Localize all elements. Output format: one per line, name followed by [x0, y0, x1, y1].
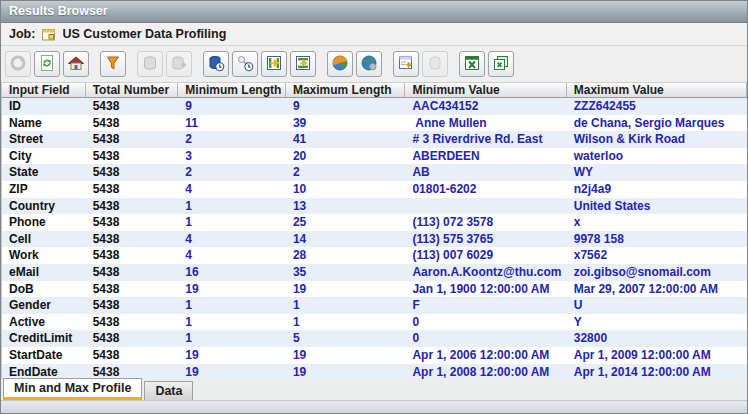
filter-button[interactable] [100, 51, 126, 77]
excel-export-button[interactable] [459, 51, 485, 77]
cell-cell-min_value: (113) 575 3765 [405, 231, 566, 248]
table-row-work[interactable]: Work5438428(113) 007 6029x7562 [2, 247, 747, 264]
cell-creditlimit-min_value: 0 [405, 330, 566, 347]
table-row-name[interactable]: Name54381139 Anne Mullende Chana, Sergio… [2, 115, 747, 132]
cell-work-max_length: 28 [286, 247, 406, 264]
cell-id-field: ID [2, 98, 86, 115]
cell-state-max_length: 2 [286, 164, 406, 181]
cell-dob-min_value: Jan 1, 1900 12:00:00 AM [405, 281, 566, 298]
job-bar: Job: US Customer Data Profiling [1, 23, 747, 46]
cell-name-field: Name [2, 115, 86, 132]
table-row-active[interactable]: Active5438110Y [2, 314, 747, 331]
column-profile-button[interactable] [261, 51, 287, 77]
tab-data[interactable]: Data [144, 381, 193, 400]
cell-enddate-min_value: Apr 1, 2008 12:00:00 AM [405, 364, 566, 380]
cell-street-max_value: Wilson & Kirk Road [567, 131, 747, 148]
database-gray-icon [141, 54, 159, 75]
cell-country-max_length: 13 [286, 198, 406, 215]
cell-gender-max_length: 1 [286, 297, 406, 314]
cell-state-field: State [2, 164, 86, 181]
column-header-input-field[interactable]: Input Field [2, 83, 86, 97]
cell-work-total: 5438 [86, 247, 179, 264]
refresh-doc-icon [38, 54, 56, 75]
table-row-cell[interactable]: Cell5438414(113) 575 37659978 158 [2, 231, 747, 248]
table-row-startdate[interactable]: StartDate54381919Apr 1, 2006 12:00:00 AM… [2, 347, 747, 364]
cell-active-max_length: 1 [286, 314, 406, 331]
cell-dob-field: DoB [2, 281, 86, 298]
keys-time-button[interactable] [232, 51, 258, 77]
cell-state-total: 5438 [86, 164, 179, 181]
cell-city-total: 5438 [86, 148, 179, 165]
column-header-maximum-length[interactable]: Maximum Length [286, 83, 406, 97]
toolbar-group-4 [203, 51, 316, 77]
cell-active-min_value: 0 [405, 314, 566, 331]
cell-gender-field: Gender [2, 297, 86, 314]
table-row-zip[interactable]: ZIP543841001801-6202n2j4a9 [2, 181, 747, 198]
results-browser-window: Results Browser Job: US Customer Data Pr… [0, 0, 748, 414]
excel-copy-icon [492, 54, 510, 75]
cell-dob-min_length: 19 [178, 281, 286, 298]
table-row-street[interactable]: Street5438241# 3 Riverdrive Rd. EastWils… [2, 131, 747, 148]
pie-chart-button[interactable] [327, 51, 353, 77]
table-row-id[interactable]: ID543899AAC434152ZZZ642455 [2, 98, 747, 115]
job-label: Job: [9, 27, 35, 41]
cell-startdate-min_value: Apr 1, 2006 12:00:00 AM [405, 347, 566, 364]
job-icon [41, 27, 56, 42]
row-profile-button[interactable] [290, 51, 316, 77]
database-time-button[interactable] [203, 51, 229, 77]
database-2-button [166, 51, 192, 77]
cell-phone-total: 5438 [86, 214, 179, 231]
cell-name-min_length: 11 [178, 115, 286, 132]
column-header-minimum-length[interactable]: Minimum Length [178, 83, 286, 97]
results-table: Input FieldTotal NumberMinimum LengthMax… [1, 83, 747, 379]
cell-gender-total: 5438 [86, 297, 179, 314]
database-arrow-gray-icon [170, 54, 188, 75]
column-header-minimum-value[interactable]: Minimum Value [405, 83, 566, 97]
cell-dob-max_value: Mar 29, 2007 12:00:00 AM [567, 281, 747, 298]
cell-dob-max_length: 19 [286, 281, 406, 298]
cell-active-field: Active [2, 314, 86, 331]
export-blank-button [422, 51, 448, 77]
column-header-total-number[interactable]: Total Number [86, 83, 179, 97]
refresh-results-button[interactable] [34, 51, 60, 77]
cell-name-max_value: de Chana, Sergio Marques [567, 115, 747, 132]
column-header-maximum-value[interactable]: Maximum Value [567, 83, 747, 97]
excel-copy-button[interactable] [488, 51, 514, 77]
cell-state-min_length: 2 [178, 164, 286, 181]
cell-country-min_value [405, 198, 566, 215]
cell-city-min_value: ABERDEEN [405, 148, 566, 165]
cell-email-total: 5438 [86, 264, 179, 281]
table-row-state[interactable]: State543822ABWY [2, 164, 747, 181]
table-row-dob[interactable]: DoB54381919Jan 1, 1900 12:00:00 AMMar 29… [2, 281, 747, 298]
table-row-phone[interactable]: Phone5438125(113) 072 3578x [2, 214, 747, 231]
toolbar [1, 46, 747, 83]
cell-cell-max_length: 14 [286, 231, 406, 248]
tab-min-and-max-profile[interactable]: Min and Max Profile [3, 378, 142, 400]
bottom-strip [1, 401, 747, 413]
toolbar-group-1 [5, 51, 89, 77]
cell-country-total: 5438 [86, 198, 179, 215]
window-titlebar[interactable]: Results Browser [1, 1, 747, 23]
cell-phone-max_value: x [567, 214, 747, 231]
table-row-email[interactable]: eMail54381635Aaron.A.Koontz@thu.comzoi.g… [2, 264, 747, 281]
cell-startdate-max_value: Apr 1, 2009 12:00:00 AM [567, 347, 747, 364]
table-row-city[interactable]: City5438320ABERDEENwaterloo [2, 148, 747, 165]
cell-cell-field: Cell [2, 231, 86, 248]
cell-gender-max_value: U [567, 297, 747, 314]
filter-icon [104, 54, 122, 75]
home-button[interactable] [63, 51, 89, 77]
table-body: ID543899AAC434152ZZZ642455Name54381139 A… [2, 98, 747, 379]
table-row-gender[interactable]: Gender543811FU [2, 297, 747, 314]
table-row-creditlimit[interactable]: CreditLimit543815032800 [2, 330, 747, 347]
window-title: Results Browser [9, 4, 108, 18]
table-row-country[interactable]: Country5438113United States [2, 198, 747, 215]
table-row-enddate[interactable]: EndDate54381919Apr 1, 2008 12:00:00 AMAp… [2, 364, 747, 380]
export-form-button[interactable] [393, 51, 419, 77]
cell-work-field: Work [2, 247, 86, 264]
toolbar-group-5 [327, 51, 382, 77]
cell-state-max_value: WY [567, 164, 747, 181]
cell-enddate-max_length: 19 [286, 364, 406, 380]
cell-zip-min_value: 01801-6202 [405, 181, 566, 198]
cell-cell-max_value: 9978 158 [567, 231, 747, 248]
globe-chart-button[interactable] [356, 51, 382, 77]
